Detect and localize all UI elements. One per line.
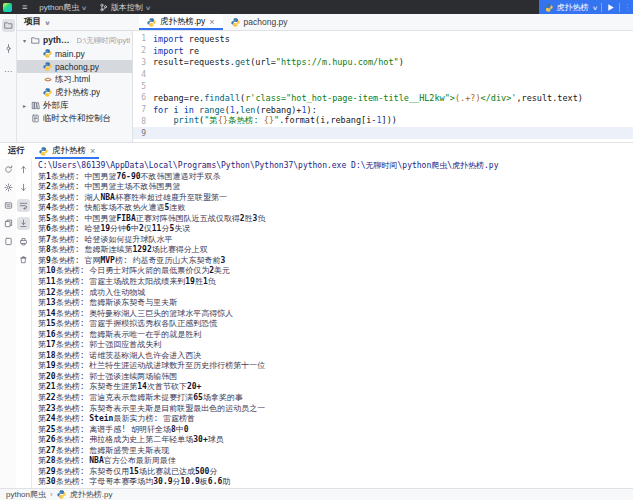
- settings-icon: [4, 183, 13, 192]
- down-icon: [19, 183, 28, 192]
- tree-item-label: 虎扑热榜.py: [55, 87, 100, 99]
- breadcrumb-separator-icon: ›: [50, 490, 53, 499]
- down-button[interactable]: [17, 181, 30, 194]
- tree-item[interactable]: ▸外部库: [17, 99, 132, 112]
- up-icon: [19, 165, 28, 174]
- code-text: import requests: [153, 34, 230, 44]
- scroll-end-icon: [19, 219, 28, 228]
- console-output-line: 第2条热榜: 中国男篮主场不敌韩国男篮: [38, 182, 633, 193]
- python-file-icon: [43, 62, 52, 71]
- console-output-line: 第28条热榜: NBA官方公布最新周最佳: [38, 456, 633, 467]
- console-output-line: 第10条热榜: 今日勇士对阵火箭的最低票价仅为2美元: [38, 266, 633, 277]
- commit-tool-button[interactable]: [2, 42, 15, 55]
- code-line: 6rebang=re.findall(r'class="hot_hot-page…: [133, 92, 633, 104]
- print-button[interactable]: [17, 235, 30, 248]
- clear-button[interactable]: [17, 253, 30, 266]
- console-output-line: 第9条热榜: 官网MVP榜: 约基奇亚历山大东契奇前3: [38, 256, 633, 267]
- editor-tab-label: pachong.py: [244, 17, 288, 27]
- rerun-button[interactable]: [2, 163, 15, 176]
- pages-button[interactable]: [2, 217, 15, 230]
- console-output-line: 第11条热榜: 雷霆主场战胜太阳战绩来到19胜1负: [38, 277, 633, 288]
- line-number: 1: [133, 34, 153, 43]
- code-editor[interactable]: 1import requests2import re3result=reques…: [133, 31, 633, 142]
- run-panel-header: 运行 虎扑热榜 ×: [0, 143, 633, 159]
- line-number: 6: [133, 93, 153, 102]
- tree-chevron-icon[interactable]: ▾: [21, 37, 28, 44]
- hamburger-icon: ≡: [22, 3, 27, 12]
- title-bar: ≡ python爬虫 ∨ 版本控制 ∨ 虎扑热榜 ∨ ⋮: [0, 0, 633, 14]
- divider: [619, 3, 620, 12]
- run-button[interactable]: [606, 3, 615, 12]
- code-line: 4: [133, 68, 633, 80]
- code-line: 7for i in range(1,len(rebang)+1):: [133, 104, 633, 116]
- console-command-line: C:\Users\86139\AppData\Local\Programs\Py…: [38, 161, 633, 172]
- html-icon: <>: [43, 75, 52, 84]
- tree-item-label: python爬虫: [43, 35, 74, 47]
- chevron-down-icon: ∨: [592, 4, 598, 11]
- project-tool-button[interactable]: [2, 19, 15, 32]
- editor-tab[interactable]: 虎扑热榜.py×: [139, 14, 223, 30]
- console-output-line: 第16条热榜: 詹姆斯表示唯一在乎的就是胜利: [38, 330, 633, 341]
- tree-item[interactable]: 临时文件和控制台: [17, 112, 132, 125]
- console-output-line: 第12条热榜: 成功入住动物城: [38, 288, 633, 299]
- content-row: ▾python爬虫D:\无聊时间\python爬虫main.pypachong.…: [17, 31, 633, 142]
- tree-item[interactable]: <>练习.html: [17, 73, 132, 86]
- header-row: 项目 ∨ 虎扑热榜.py×pachong.py: [17, 14, 633, 31]
- divider: [601, 3, 602, 12]
- run-config-python-icon: [544, 3, 553, 12]
- console-output[interactable]: C:\Users\86139\AppData\Local\Programs\Py…: [32, 159, 633, 488]
- pages-icon: [4, 219, 13, 228]
- scroll-end-button[interactable]: [17, 217, 30, 230]
- python-icon: [57, 490, 66, 499]
- tree-item-label: pachong.py: [55, 62, 99, 72]
- soft-wrap-button[interactable]: [17, 199, 30, 212]
- line-number: 7: [133, 105, 153, 114]
- tree-item[interactable]: main.py: [17, 47, 132, 60]
- code-text: result=requests.get(url="https://m.hupu.…: [153, 57, 404, 67]
- console-output-line: 第6条热榜: 哈登19分钟6中2仅11分5失误: [38, 224, 633, 235]
- status-bar: python爬虫 › 虎扑热榜.py: [0, 488, 633, 500]
- more-actions-button[interactable]: ⋮: [624, 3, 628, 12]
- project-panel-header[interactable]: 项目 ∨: [17, 14, 133, 30]
- console-output-line: 第3条热榜: 湖人NBA杯赛胜率超过雄鹿升至联盟第一: [38, 193, 633, 204]
- close-icon[interactable]: ×: [209, 18, 214, 27]
- run-tab[interactable]: 虎扑热榜 ×: [35, 143, 99, 159]
- run-panel-body: C:\Users\86139\AppData\Local\Programs\Py…: [0, 159, 633, 488]
- code-line: 1import requests: [133, 33, 633, 45]
- soft-wrap-icon: [19, 201, 28, 210]
- tree-item-label: 临时文件和控制台: [43, 113, 111, 125]
- console-output-line: 第19条热榜: 杜兰特生涯运动战进球数升至历史排行榜第十一位: [38, 361, 633, 372]
- code-line: 9: [133, 127, 633, 139]
- tree-item[interactable]: pachong.py: [17, 60, 132, 73]
- code-lines: 1import requests2import re3result=reques…: [133, 33, 633, 139]
- commit-icon: [4, 44, 13, 53]
- window-button[interactable]: [2, 235, 15, 248]
- main-menu-button[interactable]: ≡: [17, 0, 32, 14]
- tree-chevron-icon[interactable]: ▸: [21, 102, 28, 109]
- console-output-line: 第18条热榜: 诺维茨基称湖人也许会进入西决: [38, 351, 633, 362]
- more-tool-windows-button[interactable]: ⋯: [2, 65, 15, 78]
- console-toolbar: [16, 159, 32, 488]
- close-icon[interactable]: ×: [90, 147, 95, 156]
- lib-icon: [31, 101, 40, 110]
- console-output-line: 第30条热榜: 字母哥本赛季场均30.9分10.9板6.6助: [38, 477, 633, 488]
- vcs-widget[interactable]: 版本控制 ∨: [94, 0, 155, 14]
- view-options-button[interactable]: [2, 199, 15, 212]
- console-output-line: 第25条热榜: 离谱手感! 胡明轩全场8中0: [38, 425, 633, 436]
- breadcrumb-project[interactable]: python爬虫: [6, 489, 46, 500]
- tree-item[interactable]: 虎扑热榜.py: [17, 86, 132, 99]
- breadcrumb-file[interactable]: 虎扑热榜.py: [70, 489, 113, 500]
- tool-window-strip: ⋯: [0, 14, 17, 142]
- python-file-icon: [43, 49, 52, 58]
- editor-tab[interactable]: pachong.py: [223, 14, 296, 30]
- run-config-selector[interactable]: 虎扑热榜: [557, 2, 589, 13]
- window-icon: [4, 237, 13, 246]
- tree-item[interactable]: ▾python爬虫D:\无聊时间\python爬虫: [17, 34, 132, 47]
- pycharm-logo-icon: [3, 3, 12, 12]
- settings-button[interactable]: [2, 181, 15, 194]
- project-switcher[interactable]: python爬虫 ∨: [34, 0, 91, 14]
- up-button[interactable]: [17, 163, 30, 176]
- console-output-line: 第17条热榜: 郭士强回应首战失利: [38, 340, 633, 351]
- tree-item-label: 外部库: [43, 100, 69, 112]
- upper-area: ⋯ 项目 ∨ 虎扑热榜.py×pachong.py ▾python爬虫D:\无聊…: [0, 14, 633, 142]
